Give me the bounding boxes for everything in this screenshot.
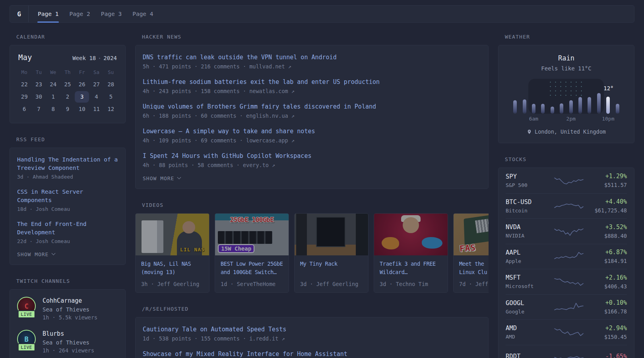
- twitch-channel[interactable]: C LIVE CohhCarnage Sea of Thieves 1h · 5…: [17, 297, 118, 321]
- rss-item-link[interactable]: CSS in React Server Components: [17, 188, 118, 204]
- app-logo: G: [10, 6, 29, 22]
- stock-change: +2.16%: [589, 274, 627, 281]
- hn-item-meta: 4h · 109 points · 69 comments · lowercas…: [143, 137, 481, 144]
- video-title: Traefik 3 and FREE Wildcard…: [380, 260, 442, 276]
- video-card[interactable]: My Tiny Rack 3d · Jeff Geerling: [294, 213, 369, 293]
- twitch-game: Sea of Thieves: [43, 339, 94, 346]
- chevron-down-icon: [52, 251, 56, 255]
- stock-row-googl[interactable]: GOOGL Google +0.10% $166.78: [506, 294, 627, 320]
- weather-bar: [588, 97, 591, 114]
- twitch-channel[interactable]: B LIVE Blurbs Sea of Thieves 1h · 264 vi…: [17, 330, 118, 354]
- calendar-day: 5: [104, 91, 118, 103]
- weather-bars: [510, 79, 622, 114]
- reddit-item: Showcase of my Mixed Reality Interface f…: [143, 350, 481, 358]
- reddit-header: /R/SELFHOSTED: [142, 306, 489, 312]
- stock-sparkline: [549, 224, 589, 238]
- video-card[interactable]: LIL NAS Big NAS, Lil NAS (moving 13) 3h …: [135, 213, 209, 293]
- stock-change: +6.87%: [589, 249, 627, 256]
- hn-item-link[interactable]: Lowercase – A simple way to take and sha…: [143, 127, 481, 136]
- calendar-month: May: [18, 53, 32, 62]
- reddit-section: /R/SELFHOSTED Cautionary Tale on Automat…: [135, 306, 489, 358]
- reddit-item-link[interactable]: Showcase of my Mixed Reality Interface f…: [143, 350, 481, 358]
- stock-change: +3.52%: [589, 224, 627, 231]
- stock-row-btc[interactable]: BTC-USD Bitcoin +4.40% $61,725.48: [506, 193, 627, 219]
- hn-item-link[interactable]: Unique volumes of Brothers Grimm fairy t…: [143, 102, 481, 111]
- reddit-item-meta: 1d · 538 points · 155 comments · i.redd.…: [143, 335, 481, 342]
- stock-price: $184.91: [589, 258, 627, 264]
- video-card[interactable]: 25GbE 100GbE 15W Cheap BEST Low Power 25…: [215, 213, 289, 293]
- show-more-label: SHOW MORE: [143, 175, 174, 181]
- stock-sparkline: [549, 350, 589, 358]
- video-thumbnail: FAS: [454, 214, 489, 255]
- hn-item: Lowercase – A simple way to take and sha…: [143, 127, 481, 144]
- rss-item: The End of Front-End Development 22d · J…: [17, 220, 118, 244]
- rss-item-meta: 18d · Josh Comeau: [17, 206, 118, 212]
- weekday-label: We: [46, 69, 60, 78]
- rss-item-link[interactable]: The End of Front-End Development: [17, 220, 118, 237]
- reddit-item-link[interactable]: Cautionary Tale on Automated Speed Tests: [143, 325, 481, 334]
- hacker-news-widget: DNS traffic can leak outside the VPN tun…: [135, 45, 489, 189]
- video-title: BEST Low Power 25GbE and 100GbE Switch…: [221, 260, 283, 276]
- stock-row-nvda[interactable]: NVDA NVIDIA +3.52% $888.40: [506, 218, 627, 244]
- stock-row-spy[interactable]: SPY S&P 500 +1.29% $511.57: [506, 168, 627, 193]
- stock-row-msft[interactable]: MSFT Microsoft +2.16% $406.43: [506, 269, 627, 294]
- stock-price: $511.57: [589, 182, 627, 188]
- hn-item-link[interactable]: I Spent 24 Hours with GitHub Copilot Wor…: [143, 152, 481, 160]
- rss-show-more-button[interactable]: SHOW MORE: [17, 251, 55, 257]
- stock-row-aapl[interactable]: AAPL Apple +6.87% $184.91: [506, 244, 627, 269]
- stock-change: +2.94%: [589, 325, 627, 332]
- tab-page-3[interactable]: Page 3: [101, 6, 122, 22]
- video-meta: 3h · Jeff Geerling: [141, 281, 204, 287]
- rss-item-meta: 3d · Ahmad Shadeed: [17, 174, 118, 180]
- stock-ticker: BTC-USD: [506, 198, 549, 206]
- videos-header: VIDEOS: [142, 202, 489, 208]
- hn-item: DNS traffic can leak outside the VPN tun…: [143, 53, 481, 70]
- hn-item: I Spent 24 Hours with GitHub Copilot Wor…: [143, 152, 481, 168]
- weather-bar: [513, 100, 517, 114]
- stock-row-rddt[interactable]: RDDT -1.65%: [506, 345, 627, 358]
- video-card[interactable]: Traefik 3 and FREE Wildcard… 3d · Techno…: [374, 213, 448, 293]
- weather-section: WEATHER Rain Feels like 11°C 12° 6am 2pm…: [498, 34, 634, 143]
- weather-bar: [532, 104, 535, 114]
- stock-row-amd[interactable]: AMD AMD +2.94% $150.45: [506, 319, 627, 345]
- dot-separator: [99, 58, 100, 59]
- hn-item-link[interactable]: Lithium-free sodium batteries exit the l…: [143, 78, 481, 86]
- thumbnail-overlay: [136, 214, 209, 255]
- stock-sparkline: [549, 249, 589, 264]
- calendar-day: 29: [17, 91, 31, 103]
- calendar-day: 1: [46, 91, 60, 103]
- twitch-section: TWITCH CHANNELS C LIVE CohhCarnage Sea o…: [10, 278, 126, 358]
- hacker-news-section: HACKER NEWS DNS traffic can leak outside…: [135, 34, 489, 189]
- hn-show-more-button[interactable]: SHOW MORE: [143, 175, 180, 181]
- stock-ticker: MSFT: [506, 274, 549, 281]
- dashboard-page: G Page 1 Page 2 Page 3 Page 4 CALENDAR M…: [0, 0, 644, 358]
- current-temp-label: 12°: [603, 85, 613, 91]
- tab-page-1[interactable]: Page 1: [38, 6, 58, 22]
- stock-sparkline: [549, 325, 589, 339]
- calendar-day: 10: [75, 103, 89, 115]
- stock-ticker: AMD: [506, 325, 549, 332]
- calendar-day: 8: [46, 103, 60, 115]
- live-badge: LIVE: [17, 310, 35, 318]
- hn-item-link[interactable]: DNS traffic can leak outside the VPN tun…: [143, 53, 481, 62]
- calendar-day: 2: [60, 91, 75, 103]
- rss-item-link[interactable]: Handling The Indentation of a Treeview C…: [17, 156, 118, 172]
- tab-page-4[interactable]: Page 4: [132, 6, 153, 22]
- twitch-channel-name: Blurbs: [43, 330, 94, 337]
- stock-ticker: AAPL: [506, 249, 549, 256]
- stocks-widget: SPY S&P 500 +1.29% $511.57 BTC-USD Bitco…: [498, 167, 634, 358]
- hn-item-meta: 6h · 188 points · 60 comments · english.…: [143, 113, 481, 119]
- weekday-label: Sa: [89, 69, 103, 78]
- thumbnail-overlay: [295, 214, 368, 255]
- calendar-day: 25: [60, 79, 75, 90]
- hn-item: Lithium-free sodium batteries exit the l…: [143, 78, 481, 94]
- stock-change: +1.29%: [589, 173, 627, 180]
- video-title: My Tiny Rack: [300, 260, 363, 276]
- stock-change: -1.65%: [589, 353, 627, 358]
- middle-column: HACKER NEWS DNS traffic can leak outside…: [135, 34, 489, 358]
- tab-page-2[interactable]: Page 2: [69, 6, 90, 22]
- rss-item: CSS in React Server Components 18d · Jos…: [17, 188, 118, 212]
- weather-bar: [597, 93, 601, 114]
- video-card[interactable]: FAS Meet the Linux Clu 7d · Jeff Geerlin…: [453, 213, 489, 293]
- stock-ticker: NVDA: [506, 224, 549, 231]
